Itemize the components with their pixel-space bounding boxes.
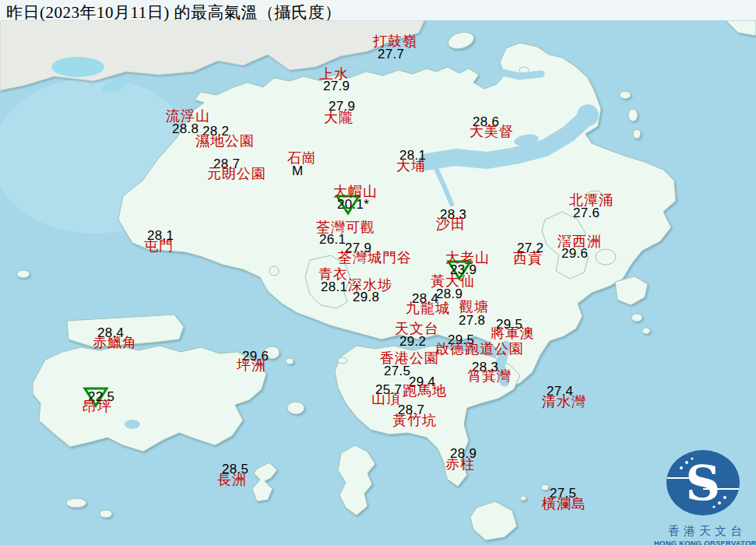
station-name: 上水 (319, 67, 349, 81)
logo-name-cn: 香港天文台 (654, 524, 756, 539)
station-name: 沙田 (436, 217, 466, 231)
station-name: 昂坪 (83, 399, 112, 413)
station-name: 大帽山 (333, 185, 378, 199)
station-name: 啟德跑道公園 (435, 342, 524, 356)
station-name: 石崗 (287, 151, 317, 165)
station-value: 20.1* (337, 198, 369, 211)
station-name: 將軍澳 (491, 326, 535, 340)
station-value: M (292, 164, 303, 178)
station-name: 跑馬地 (403, 384, 447, 398)
station-name: 流浮山 (166, 109, 210, 123)
station-name: 大埔 (396, 159, 426, 173)
station-name: 筲箕灣 (467, 369, 512, 383)
station-name: 大美督 (469, 125, 514, 139)
station-name: 山頂 (371, 392, 401, 406)
station-name: 濕地公園 (195, 134, 255, 148)
hko-logo-icon: S (654, 445, 756, 520)
station-name: 長洲 (217, 473, 247, 487)
station-name: 大隴 (324, 111, 353, 125)
station-name: 清水灣 (542, 395, 586, 409)
station-name: 大老山 (445, 251, 490, 265)
stations-layer: 打鼓嶺27.7上水27.927.9大隴流浮山28.828.2濕地公園28.7元朗… (0, 0, 756, 545)
station-name: 橫瀾島 (542, 497, 586, 511)
station-name: 屯門 (144, 239, 174, 253)
station-name: 西貢 (513, 251, 543, 265)
station-name: 元朗公園 (207, 167, 266, 181)
station-value: 27.5 (384, 364, 410, 378)
weather-map-page: 昨日(2023年10月11日) 的最高氣溫（攝氏度） 打鼓嶺27.7上水27.9… (0, 0, 756, 545)
station-value: 27.7 (378, 47, 404, 61)
map-title: 昨日(2023年10月11日) 的最高氣溫（攝氏度） (6, 2, 341, 23)
logo-name-en: HONG KONG OBSERVATORY (654, 539, 756, 545)
station-value: 29.2 (399, 335, 426, 348)
station-name: 青衣 (318, 267, 348, 281)
station-name: 天文台 (395, 322, 439, 336)
station-name: 北潭涌 (569, 193, 614, 207)
station-name: 赤柱 (445, 457, 475, 471)
station-name: 觀塘 (459, 300, 489, 314)
station-name: 黃大仙 (431, 274, 475, 288)
station-name: 滘西洲 (557, 234, 602, 248)
station-name: 荃灣可觀 (316, 220, 375, 234)
station-name: 黃竹坑 (392, 413, 437, 427)
station-name: 打鼓嶺 (373, 34, 417, 48)
station-name: 荃灣城門谷 (338, 251, 412, 265)
station-name: 深水埗 (348, 278, 392, 292)
station-value: 27.8 (459, 314, 485, 327)
station-name: 坪洲 (237, 358, 266, 372)
hko-logo: S 香港天文台 HONG KONG OBSERVATORY (654, 445, 756, 543)
station-name: 赤鱲角 (93, 336, 137, 350)
station-name: 九龍城 (406, 301, 450, 315)
station-value: 28.1 (321, 280, 347, 294)
logo-s-glyph: S (686, 455, 721, 512)
station-name: 香港公園 (380, 351, 439, 365)
station-value: 27.6 (573, 206, 600, 220)
